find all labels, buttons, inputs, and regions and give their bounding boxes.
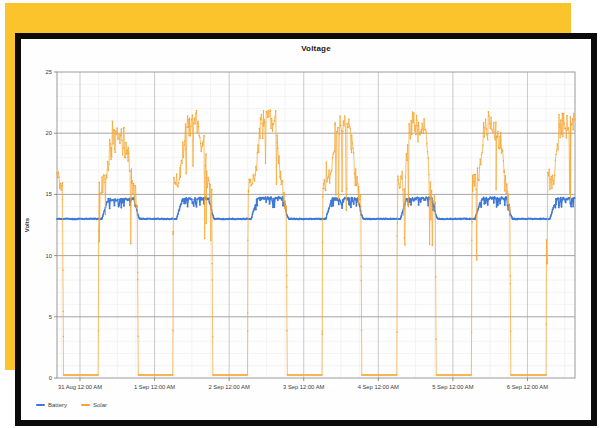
x-tick-label: 2 Sep 12:00 AM	[209, 384, 250, 390]
y-tick-label: 10	[46, 253, 52, 259]
legend-item-solar[interactable]: Solar	[81, 402, 107, 408]
x-tick-label: 4 Sep 12:00 AM	[358, 384, 399, 390]
battery-series-swatch-icon	[36, 404, 45, 406]
voltage-chart[interactable]: 051015202531 Aug 12:00 AM1 Sep 12:00 AM2…	[21, 39, 591, 391]
legend-label-solar: Solar	[93, 402, 107, 408]
y-tick-label: 5	[49, 314, 52, 320]
y-tick-label: 0	[49, 375, 52, 381]
x-tick-label: 5 Sep 12:00 AM	[432, 384, 473, 390]
y-tick-label: 20	[46, 130, 52, 136]
x-tick-label: 1 Sep 12:00 AM	[134, 384, 175, 390]
legend: Battery Solar	[36, 402, 121, 408]
axis-labels: 051015202531 Aug 12:00 AM1 Sep 12:00 AM2…	[46, 69, 549, 390]
chart-panel: Voltage Volts 051015202531 Aug 12:00 AM1…	[15, 33, 597, 426]
x-tick-label: 6 Sep 12:00 AM	[507, 384, 548, 390]
legend-label-battery: Battery	[48, 402, 67, 408]
y-tick-label: 25	[46, 69, 52, 75]
series-solar	[56, 109, 575, 376]
page: Voltage Volts 051015202531 Aug 12:00 AM1…	[0, 0, 600, 428]
legend-item-battery[interactable]: Battery	[36, 402, 67, 408]
gridlines	[57, 72, 575, 378]
chart-area: Voltage Volts 051015202531 Aug 12:00 AM1…	[21, 39, 591, 420]
x-tick-label: 3 Sep 12:00 AM	[283, 384, 324, 390]
x-tick-label: 31 Aug 12:00 AM	[58, 384, 102, 390]
solar-series-swatch-icon	[81, 404, 90, 406]
series-battery	[56, 196, 575, 220]
y-tick-label: 15	[46, 191, 52, 197]
